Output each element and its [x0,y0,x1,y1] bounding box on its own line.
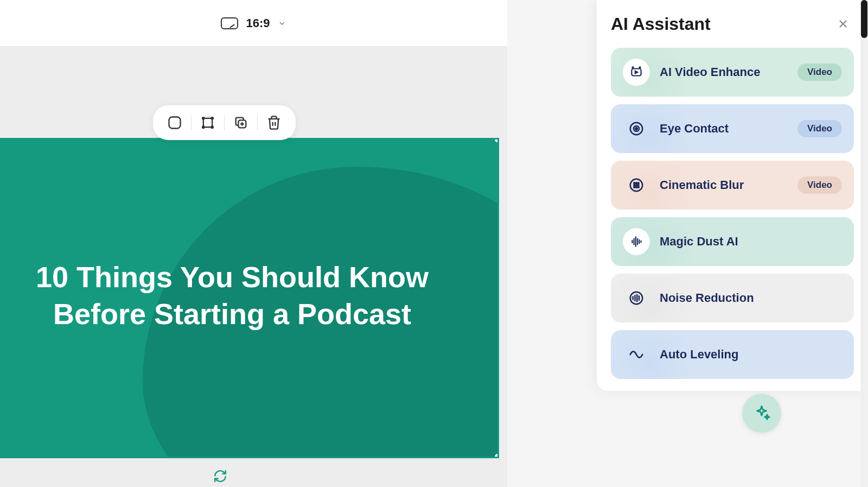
svg-point-4 [202,126,205,128]
ai-tool-magic-dust[interactable]: Magic Dust AI [611,217,854,266]
svg-point-13 [632,67,633,68]
video-canvas[interactable]: 10 Things You Should Know Before Startin… [0,138,499,458]
ai-panel-title: AI Assistant [611,14,711,34]
soundwave-icon [623,228,650,255]
refresh-button[interactable] [212,467,229,485]
tool-badge: Video [797,64,842,81]
svg-point-5 [211,126,213,128]
video-enhance-icon [623,59,650,86]
ai-tool-cinematic-blur[interactable]: Cinematic Blur Video [611,161,854,210]
tool-label: AI Video Enhance [660,65,797,79]
svg-point-14 [639,67,640,68]
ai-sparkle-fab[interactable] [742,394,781,433]
canvas-title-text: 10 Things You Should Know Before Startin… [32,259,432,332]
svg-point-24 [638,185,639,186]
toolbar-divider [257,115,258,130]
ai-tool-noise-reduction[interactable]: Noise Reduction [611,274,854,322]
ai-tool-eye-contact[interactable]: Eye Contact Video [611,104,854,153]
toolbar-divider [191,115,192,130]
tool-label: Eye Contact [660,122,797,136]
svg-point-26 [636,187,637,188]
leveling-icon [623,341,650,368]
svg-point-21 [638,182,639,184]
aspect-ratio-label: 16:9 [246,16,270,30]
svg-point-20 [636,182,637,184]
tool-badge: Video [797,120,842,137]
svg-point-19 [634,182,635,184]
svg-rect-1 [203,118,212,127]
delete-button[interactable] [262,111,286,135]
svg-point-25 [634,187,635,188]
svg-point-23 [636,185,637,186]
svg-rect-0 [169,117,181,129]
scrollbar-track[interactable] [860,0,868,487]
top-toolbar: 16:9 [0,0,507,47]
svg-point-17 [635,128,637,130]
ai-tool-auto-leveling[interactable]: Auto Leveling [611,330,854,379]
tool-badge: Video [797,176,842,194]
tool-label: Cinematic Blur [660,178,797,192]
svg-point-22 [634,185,635,186]
tool-label: Noise Reduction [660,291,842,305]
ai-tool-video-enhance[interactable]: AI Video Enhance Video [611,48,854,97]
resize-handle-top-right[interactable] [495,138,499,142]
aspect-ratio-icon [221,17,238,29]
eye-icon [623,115,650,142]
crop-button[interactable] [196,111,220,135]
fullscreen-button[interactable] [163,111,187,135]
ai-assistant-panel: AI Assistant AI Video Enhance Video [597,0,868,391]
svg-point-27 [638,187,639,188]
duplicate-button[interactable] [229,111,253,135]
ai-tools-list: AI Video Enhance Video Eye Contact Video [611,48,854,379]
toolbar-divider [224,115,225,130]
noise-icon [623,284,650,312]
resize-handle-bottom-right[interactable] [495,454,499,458]
scrollbar-thumb[interactable] [861,0,867,38]
tool-label: Auto Leveling [660,347,842,362]
canvas-floating-toolbar [153,105,296,140]
chevron-down-icon [278,19,286,28]
blur-icon [623,172,650,199]
svg-point-2 [202,117,205,119]
svg-point-3 [211,117,213,119]
svg-marker-12 [635,71,637,73]
ai-panel-header: AI Assistant [611,13,854,35]
tool-label: Magic Dust AI [660,235,842,249]
canvas-area: 10 Things You Should Know Before Startin… [0,47,507,487]
aspect-ratio-dropdown[interactable]: 16:9 [221,16,286,30]
close-panel-button[interactable] [832,13,854,35]
